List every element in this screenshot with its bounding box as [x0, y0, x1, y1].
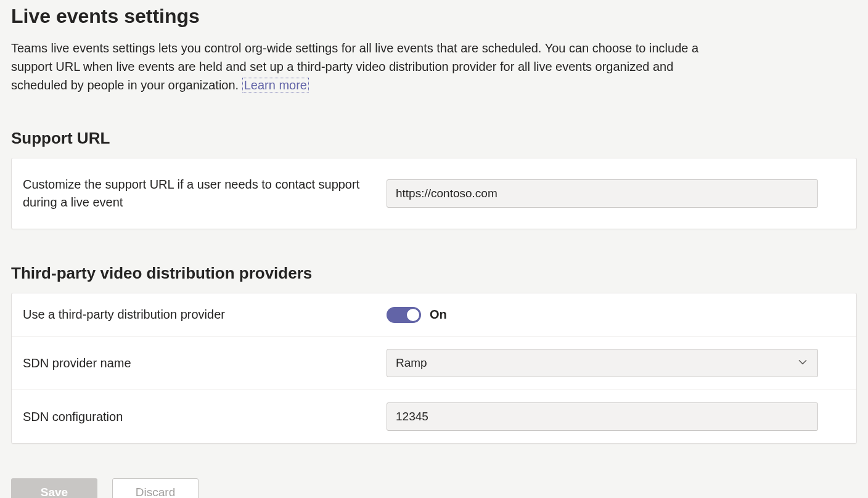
support-url-label: Customize the support URL if a user need… — [23, 176, 387, 211]
sdn-provider-label: SDN provider name — [23, 354, 387, 372]
sdn-provider-select-wrapper: Ramp — [387, 349, 818, 377]
support-url-card: Customize the support URL if a user need… — [11, 158, 857, 229]
save-button[interactable]: Save — [11, 478, 97, 498]
button-bar: Save Discard — [11, 478, 857, 498]
sdn-config-input[interactable] — [387, 402, 818, 431]
sdn-config-label: SDN configuration — [23, 408, 387, 426]
sdn-provider-select[interactable]: Ramp — [387, 349, 818, 377]
support-url-section-title: Support URL — [11, 129, 857, 148]
use-provider-control: On — [387, 307, 845, 323]
support-url-input[interactable] — [387, 179, 818, 208]
toggle-state-label: On — [430, 308, 447, 322]
third-party-section-title: Third-party video distribution providers — [11, 264, 857, 283]
sdn-provider-control: Ramp — [387, 349, 845, 377]
sdn-config-row: SDN configuration — [12, 390, 856, 443]
sdn-config-control — [387, 402, 845, 431]
page-description: Teams live events settings lets you cont… — [11, 39, 726, 94]
toggle-container: On — [387, 307, 447, 323]
use-provider-label: Use a third-party distribution provider — [23, 306, 387, 324]
discard-button[interactable]: Discard — [112, 478, 199, 498]
use-provider-row: Use a third-party distribution provider … — [12, 293, 856, 337]
sdn-provider-row: SDN provider name Ramp — [12, 337, 856, 390]
learn-more-link[interactable]: Learn more — [242, 78, 309, 92]
use-provider-toggle[interactable] — [387, 307, 421, 323]
third-party-card: Use a third-party distribution provider … — [11, 293, 857, 444]
page-title: Live events settings — [11, 5, 857, 28]
support-url-control — [387, 179, 845, 208]
page-description-text: Teams live events settings lets you cont… — [11, 41, 698, 92]
support-url-row: Customize the support URL if a user need… — [12, 158, 856, 229]
toggle-knob — [407, 309, 419, 321]
